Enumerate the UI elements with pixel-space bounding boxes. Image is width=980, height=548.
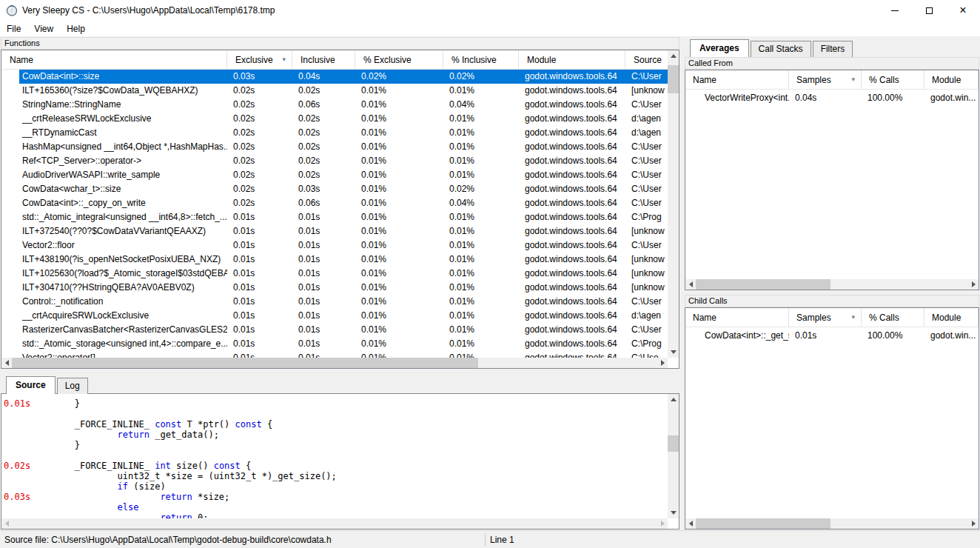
- tab-source[interactable]: Source: [6, 376, 56, 394]
- value-cell: 0.01%: [443, 238, 519, 253]
- column-header-module[interactable]: Module: [924, 70, 979, 89]
- table-row[interactable]: __crtReleaseSRWLockExclusive0.02s0.02s0.…: [1, 112, 668, 126]
- column-header-name[interactable]: Name: [685, 70, 789, 89]
- value-cell: 0.02s: [227, 98, 292, 112]
- value-cell: 0.01%: [443, 253, 519, 267]
- tab-averages[interactable]: Averages: [690, 39, 749, 57]
- column-header-inclusive[interactable]: Inclusive: [292, 50, 355, 69]
- value-cell: 0.01s: [292, 224, 355, 238]
- column-header-module[interactable]: Module: [924, 308, 979, 327]
- scroll-left-button[interactable]: [1, 518, 12, 529]
- table-row[interactable]: Vector2::operator[]0.01s0.01s0.01%0.01%g…: [1, 351, 668, 358]
- table-row[interactable]: ILT+1025630(?load?$_Atomic_storageI$03st…: [1, 267, 668, 281]
- source-code-view[interactable]: 0.01s } _FORCE_INLINE_ const T *ptr() co…: [1, 394, 668, 518]
- table-row[interactable]: CowData<int>::_get_s...0.01s100.00%godot…: [685, 327, 979, 344]
- table-row[interactable]: __RTDynamicCast0.02s0.02s0.01%0.01%godot…: [1, 126, 668, 140]
- scroll-right-button[interactable]: [657, 518, 668, 529]
- value-cell: 0.01s: [227, 281, 292, 295]
- menu-item-view[interactable]: View: [27, 22, 60, 36]
- column-header--calls[interactable]: % Calls: [862, 70, 924, 89]
- menu-item-help[interactable]: Help: [60, 22, 92, 36]
- table-row[interactable]: StringName::StringName0.02s0.06s0.01%0.0…: [1, 98, 668, 112]
- scroll-up-button[interactable]: [668, 394, 679, 405]
- tab-call-stacks[interactable]: Call Stacks: [751, 41, 811, 57]
- table-row[interactable]: ILT+438190(?is_openNetSocketPosixUEBA_NX…: [1, 253, 668, 267]
- scroll-left-button[interactable]: [685, 279, 696, 290]
- function-name-cell: __crtReleaseSRWLockExclusive: [1, 112, 227, 126]
- minimize-button[interactable]: [878, 0, 912, 21]
- scroll-up-button[interactable]: [668, 50, 679, 61]
- tab-filters[interactable]: Filters: [813, 41, 853, 57]
- scroll-right-button[interactable]: [968, 279, 979, 290]
- column-header-module[interactable]: Module: [519, 50, 625, 69]
- table-row[interactable]: __crtAcquireSRWLockExclusive0.01s0.01s0.…: [1, 309, 668, 323]
- scroll-right-button[interactable]: [657, 358, 668, 368]
- window-title: Very Sleepy CS - C:\Users\Hugo\AppData\L…: [22, 5, 275, 16]
- source-line: }: [1, 440, 668, 450]
- menu-item-file[interactable]: File: [0, 22, 27, 36]
- child-calls-horizontal-scrollbar[interactable]: [685, 518, 979, 529]
- table-row[interactable]: ILT+304710(??HStringQEBA?AV0AEBV0Z)0.01s…: [1, 281, 668, 295]
- scroll-right-button[interactable]: [968, 518, 979, 529]
- column-header-samples[interactable]: Samples▾: [789, 308, 862, 327]
- functions-vertical-scrollbar[interactable]: [668, 50, 679, 358]
- value-cell: [unknow: [625, 253, 668, 267]
- value-cell: 0.01s: [227, 253, 292, 267]
- close-button[interactable]: ×: [946, 0, 980, 21]
- table-row[interactable]: CowData<wchar_t>::size0.02s0.03s0.01%0.0…: [1, 182, 668, 196]
- table-row[interactable]: ILT+165360(?size?$CowData_WQEBAHXZ)0.02s…: [1, 84, 668, 98]
- called-from-horizontal-scrollbar[interactable]: [685, 279, 979, 290]
- table-row[interactable]: std::_Atomic_storage<unsigned int,4>::co…: [1, 337, 668, 351]
- column-header-name[interactable]: Name: [685, 308, 789, 327]
- scrollbar-thumb[interactable]: [696, 279, 830, 290]
- table-row[interactable]: Control::_notification0.01s0.01s0.01%0.0…: [1, 295, 668, 309]
- column-header--calls[interactable]: % Calls: [862, 308, 924, 327]
- chevron-left-icon: [5, 521, 9, 527]
- table-row[interactable]: HashMap<unsigned __int64,Object *,HashMa…: [1, 140, 668, 154]
- value-cell: godot.windows.tools.64: [519, 154, 625, 168]
- column-header-name[interactable]: Name: [1, 50, 227, 69]
- source-line: if (size): [1, 481, 668, 492]
- scrollbar-thumb[interactable]: [696, 518, 830, 529]
- value-cell: 0.04%: [443, 196, 519, 210]
- functions-horizontal-scrollbar[interactable]: [1, 358, 668, 368]
- table-row[interactable]: RasterizerCanvasBatcher<RasterizerCanvas…: [1, 323, 668, 337]
- tab-log[interactable]: Log: [57, 378, 88, 394]
- value-cell: godot.windows.tools.64: [519, 196, 625, 210]
- source-code-text: }: [32, 398, 80, 409]
- scroll-left-button[interactable]: [1, 358, 12, 368]
- source-horizontal-scrollbar[interactable]: [1, 518, 668, 529]
- table-row[interactable]: std::_Atomic_integral<unsigned __int64,8…: [1, 210, 668, 224]
- value-cell: C:\User: [625, 154, 668, 168]
- value-cell: 0.01s: [292, 281, 355, 295]
- function-name-cell: CowData<wchar_t>::size: [1, 182, 227, 196]
- table-row[interactable]: ILT+372540(??0?$CowDataVVariantQEAAXZ)0.…: [1, 224, 668, 238]
- value-cell: 0.03s: [292, 182, 355, 196]
- value-cell: 0.06s: [292, 196, 355, 210]
- source-vertical-scrollbar[interactable]: [668, 394, 679, 518]
- table-row[interactable]: CowData<int>::_copy_on_write0.02s0.06s0.…: [1, 196, 668, 210]
- scrollbar-thumb[interactable]: [668, 65, 679, 93]
- column-header--exclusive[interactable]: % Exclusive: [355, 50, 443, 69]
- scroll-down-button[interactable]: [668, 507, 679, 518]
- sort-descending-icon: ▾: [851, 76, 855, 83]
- scroll-left-button[interactable]: [685, 518, 696, 529]
- column-header--inclusive[interactable]: % Inclusive: [443, 50, 519, 69]
- value-cell: 0.01%: [443, 309, 519, 323]
- table-row[interactable]: Vector2::floor0.01s0.01s0.01%0.01%godot.…: [1, 238, 668, 253]
- value-cell: 0.01%: [355, 140, 443, 154]
- table-row[interactable]: VectorWriteProxy<int...0.04s100.00%godot…: [685, 90, 979, 106]
- value-cell: 0.02s: [227, 112, 292, 126]
- maximize-button[interactable]: [912, 0, 946, 21]
- table-row[interactable]: Ref<TCP_Server>::operator->0.02s0.02s0.0…: [1, 154, 668, 168]
- column-header-exclusive[interactable]: Exclusive▾: [227, 50, 292, 69]
- scrollbar-thumb[interactable]: [12, 358, 478, 368]
- table-row[interactable]: AudioDriverWASAPI::write_sample0.02s0.02…: [1, 168, 668, 182]
- column-header-samples[interactable]: Samples▾: [789, 70, 862, 89]
- value-cell: C:\User: [625, 196, 668, 210]
- table-row[interactable]: CowData<int>::size0.03s0.04s0.02%0.02%go…: [1, 70, 668, 84]
- scroll-down-button[interactable]: [668, 347, 679, 358]
- source-line: 0.03s return *size;: [1, 492, 668, 502]
- scrollbar-thumb[interactable]: [668, 435, 679, 452]
- function-name-cell: ILT+304710(??HStringQEBA?AV0AEBV0Z): [1, 281, 227, 295]
